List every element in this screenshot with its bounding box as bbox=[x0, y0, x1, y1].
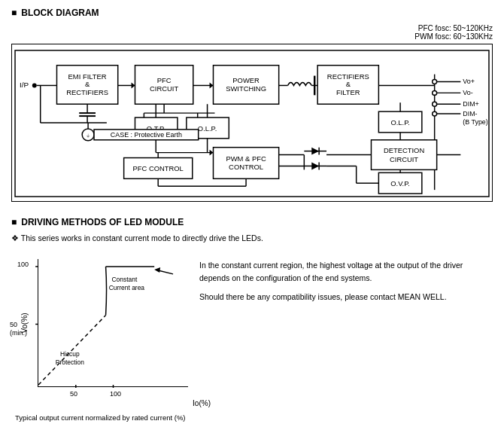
svg-text:FILTER: FILTER bbox=[336, 88, 360, 96]
y-tick-100: 100 bbox=[17, 261, 29, 268]
svg-text:Current area: Current area bbox=[109, 284, 145, 291]
svg-marker-105 bbox=[154, 267, 160, 273]
svg-text:Hiccup: Hiccup bbox=[60, 350, 80, 358]
driving-desc-line3: Should there be any compatibility issues… bbox=[199, 291, 493, 303]
svg-point-38 bbox=[433, 102, 437, 106]
svg-text:CIRCUIT: CIRCUIT bbox=[150, 84, 178, 93]
driving-methods-title: DRIVING METHODS OF LED MODULE bbox=[11, 217, 493, 227]
block-diagram-title: BLOCK DIAGRAM bbox=[11, 8, 493, 18]
block-diagram-container: I/P EMI FILTER & RECTIFIERS PFC CIRCUIT bbox=[11, 44, 493, 202]
svg-text:Protection: Protection bbox=[56, 358, 84, 366]
svg-text:CIRCUIT: CIRCUIT bbox=[390, 155, 418, 163]
svg-text:PFC: PFC bbox=[157, 76, 172, 84]
svg-text:CASE : Protective Earth: CASE : Protective Earth bbox=[111, 131, 182, 139]
y-tick-50: 50(min.) bbox=[10, 321, 27, 337]
svg-text:PWM & PFC: PWM & PFC bbox=[226, 154, 266, 163]
svg-text:Constant: Constant bbox=[112, 276, 138, 283]
svg-text:Vo+: Vo+ bbox=[463, 78, 475, 85]
svg-text:RECTIFIERS: RECTIFIERS bbox=[66, 88, 108, 96]
block-diagram-section: BLOCK DIAGRAM PFC fosc: 50~120KHz PWM fo… bbox=[11, 8, 493, 202]
svg-marker-82 bbox=[311, 162, 319, 169]
chart-note: Typical output current normalized by rat… bbox=[15, 413, 192, 422]
chart-container: Vo(%) 100 50(min.) 50 100 Io(%) bbox=[11, 252, 184, 422]
svg-text:O.V.P.: O.V.P. bbox=[390, 179, 410, 188]
svg-text:EMI FILTER: EMI FILTER bbox=[68, 72, 107, 81]
svg-point-32 bbox=[433, 80, 437, 84]
svg-text:&: & bbox=[85, 80, 90, 88]
svg-text:PFC CONTROL: PFC CONTROL bbox=[133, 164, 184, 172]
x-tick-100: 100 bbox=[110, 390, 121, 398]
svg-text:Vo-: Vo- bbox=[463, 89, 472, 96]
svg-point-35 bbox=[433, 90, 437, 95]
svg-text:SWITCHING: SWITCHING bbox=[226, 84, 266, 93]
svg-marker-79 bbox=[311, 148, 319, 155]
svg-text:CONTROL: CONTROL bbox=[229, 163, 263, 171]
svg-point-41 bbox=[433, 111, 437, 116]
chart-area: Vo(%) 100 50(min.) 50 100 Io(%) bbox=[38, 259, 188, 387]
svg-point-1 bbox=[32, 84, 37, 88]
driving-desc-line1: In the constant current region, the high… bbox=[199, 259, 493, 285]
driving-content: Vo(%) 100 50(min.) 50 100 Io(%) bbox=[11, 252, 493, 422]
svg-text:DETECTION: DETECTION bbox=[384, 146, 424, 154]
svg-text:&: & bbox=[346, 80, 351, 88]
svg-line-104 bbox=[158, 270, 173, 274]
chart-svg: Constant Current area Hiccup Protection bbox=[38, 259, 188, 386]
svg-text:DIM+: DIM+ bbox=[463, 100, 479, 108]
x-tick-50: 50 bbox=[70, 390, 77, 398]
x-axis-label: Io(%) bbox=[193, 399, 211, 407]
driving-text: In the constant current region, the high… bbox=[199, 252, 493, 309]
svg-text:O.L.P.: O.L.P. bbox=[198, 124, 217, 133]
svg-text:POWER: POWER bbox=[232, 76, 260, 84]
svg-text:RECTIFIERS: RECTIFIERS bbox=[327, 72, 369, 81]
svg-text:DIM-: DIM- bbox=[463, 110, 477, 117]
svg-text:(B Type): (B Type) bbox=[463, 118, 488, 126]
block-diagram-svg: I/P EMI FILTER & RECTIFIERS PFC CIRCUIT bbox=[12, 44, 492, 201]
svg-text:I/P: I/P bbox=[20, 81, 29, 89]
driving-note: ❖ This series works in constant current … bbox=[11, 233, 493, 242]
pfc-info: PFC fosc: 50~120KHz PWM fosc: 60~130KHz bbox=[11, 24, 493, 41]
svg-text:O.L.P.: O.L.P. bbox=[390, 118, 409, 127]
driving-methods-section: DRIVING METHODS OF LED MODULE ❖ This ser… bbox=[11, 217, 493, 422]
